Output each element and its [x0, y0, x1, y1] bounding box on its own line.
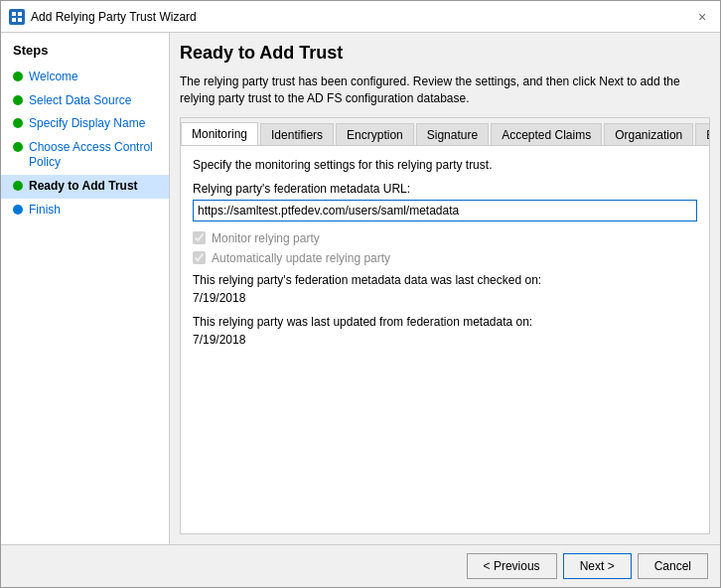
footer: < Previous Next > Cancel	[1, 544, 720, 587]
monitor-checkbox[interactable]	[193, 231, 206, 244]
window-title: Add Relying Party Trust Wizard	[31, 10, 197, 24]
sidebar-item-welcome[interactable]: Welcome	[1, 66, 169, 89]
app-icon	[9, 9, 25, 25]
cancel-button[interactable]: Cancel	[638, 553, 708, 579]
svg-rect-3	[18, 18, 22, 22]
dot-display	[13, 118, 23, 128]
sidebar-heading: Steps	[1, 43, 169, 66]
close-button[interactable]: ×	[692, 7, 712, 27]
dot-access	[13, 142, 23, 152]
title-bar-left: Add Relying Party Trust Wizard	[9, 9, 197, 25]
last-checked-date: 7/19/2018	[193, 291, 697, 305]
tab-container: Monitoring Identifiers Encryption Signat…	[180, 117, 710, 534]
update-checkbox-label: Automatically update relying party	[212, 251, 390, 265]
tab-bar: Monitoring Identifiers Encryption Signat…	[181, 118, 709, 146]
svg-rect-0	[12, 12, 16, 16]
checkbox-update-row: Automatically update relying party	[193, 251, 697, 265]
sidebar-item-ready[interactable]: Ready to Add Trust	[1, 175, 169, 199]
page-title: Ready to Add Trust	[180, 43, 710, 64]
sidebar-item-select-data-source[interactable]: Select Data Source	[1, 89, 169, 113]
svg-rect-2	[12, 18, 16, 22]
tab-organization[interactable]: Organization	[604, 123, 693, 146]
tab-accepted-claims[interactable]: Accepted Claims	[491, 123, 602, 146]
last-checked-label: This relying party's federation metadata…	[193, 273, 697, 287]
checkbox-monitor-row: Monitor relying party	[193, 231, 697, 245]
page-description: The relying party trust has been configu…	[180, 74, 710, 107]
monitor-checkbox-label: Monitor relying party	[212, 231, 320, 245]
last-updated-date: 7/19/2018	[193, 333, 697, 347]
dot-welcome	[13, 72, 23, 81]
monitoring-description: Specify the monitoring settings for this…	[193, 158, 697, 172]
tab-encryption[interactable]: Encryption	[336, 123, 414, 146]
tab-identifiers[interactable]: Identifiers	[260, 123, 334, 146]
svg-rect-1	[18, 12, 22, 16]
url-label: Relying party's federation metadata URL:	[193, 182, 697, 196]
sidebar: Steps Welcome Select Data Source Specify…	[1, 33, 170, 544]
dot-select	[13, 95, 23, 105]
main-window: Add Relying Party Trust Wizard × Steps W…	[0, 0, 721, 588]
main-area: Ready to Add Trust The relying party tru…	[170, 33, 720, 544]
sidebar-item-display-name[interactable]: Specify Display Name	[1, 112, 169, 136]
tab-signature[interactable]: Signature	[416, 123, 489, 146]
dot-ready	[13, 181, 23, 191]
title-bar: Add Relying Party Trust Wizard ×	[1, 1, 720, 33]
sidebar-item-finish[interactable]: Finish	[1, 199, 169, 222]
last-updated-label: This relying party was last updated from…	[193, 315, 697, 329]
content-area: Steps Welcome Select Data Source Specify…	[1, 33, 720, 544]
next-button[interactable]: Next >	[563, 553, 632, 579]
dot-finish	[13, 205, 23, 215]
tab-endpoints[interactable]: Endpoints	[695, 123, 709, 146]
update-checkbox[interactable]	[193, 251, 206, 264]
tab-content-monitoring: Specify the monitoring settings for this…	[181, 146, 709, 533]
sidebar-item-access-control[interactable]: Choose Access Control Policy	[1, 136, 169, 175]
url-input[interactable]	[193, 200, 697, 221]
tab-monitoring[interactable]: Monitoring	[181, 122, 258, 146]
previous-button[interactable]: < Previous	[467, 553, 557, 579]
